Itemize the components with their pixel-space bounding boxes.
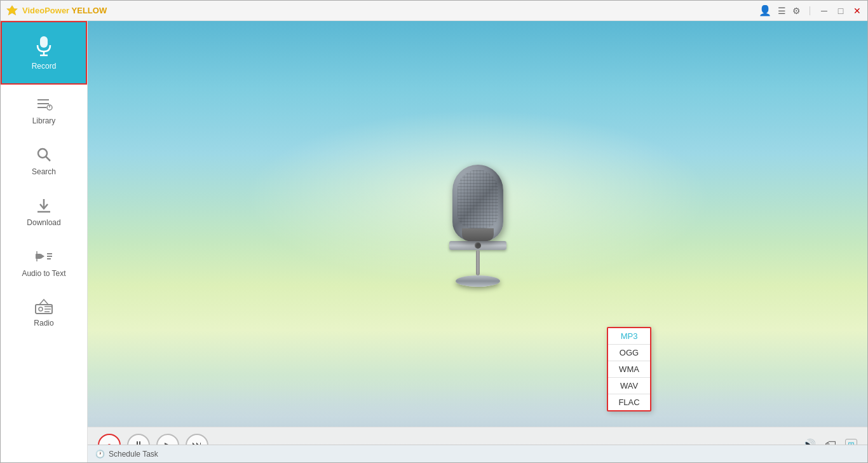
- format-item-flac[interactable]: FLAC: [608, 394, 650, 410]
- close-button[interactable]: ✕: [852, 6, 862, 16]
- search-icon: [35, 146, 53, 163]
- schedule-task-label[interactable]: Schedule Task: [109, 450, 158, 459]
- sidebar-item-radio[interactable]: Radio: [1, 288, 87, 338]
- microphone-icon: [34, 35, 54, 58]
- titlebar: VideoPower YELLOW 👤 ☰ ⚙ ─ □ ✕: [1, 1, 867, 21]
- svg-point-9: [38, 149, 47, 158]
- svg-point-20: [39, 307, 43, 311]
- mic-base: [456, 275, 500, 287]
- microphone-illustration: [440, 165, 516, 305]
- titlebar-left: VideoPower YELLOW: [6, 4, 107, 17]
- sidebar-item-audio-to-text[interactable]: Audio to Text: [1, 237, 87, 288]
- svg-line-10: [46, 156, 50, 161]
- format-item-wma[interactable]: WMA: [608, 361, 650, 377]
- sidebar-item-search[interactable]: Search: [1, 135, 87, 186]
- title-prefix: VideoPower: [22, 6, 72, 15]
- format-item-wav[interactable]: WAV: [608, 378, 650, 394]
- titlebar-title: VideoPower YELLOW: [22, 6, 107, 15]
- record-label: Record: [32, 62, 57, 71]
- sidebar: Record Library: [1, 21, 88, 462]
- svg-rect-1: [40, 36, 48, 48]
- mic-head: [452, 165, 503, 241]
- maximize-button[interactable]: □: [836, 6, 846, 16]
- audio-to-text-icon: [34, 247, 53, 265]
- download-label: Download: [27, 218, 60, 227]
- library-label: Library: [32, 116, 56, 125]
- app-content: Record Library: [1, 21, 867, 462]
- list-icon[interactable]: ☰: [778, 6, 786, 16]
- audio-to-text-label: Audio to Text: [22, 269, 65, 278]
- sidebar-item-record[interactable]: Record: [1, 21, 87, 85]
- titlebar-controls: 👤 ☰ ⚙ ─ □ ✕: [759, 4, 862, 17]
- format-dropdown[interactable]: MP3 OGG WMA WAV FLAC: [607, 327, 651, 411]
- main-layout: Record Library: [1, 21, 867, 462]
- mic-band: [449, 241, 506, 250]
- title-suffix: YELLOW: [72, 6, 107, 15]
- clock-icon: 🕐: [95, 450, 105, 459]
- radio-icon: [34, 298, 53, 315]
- format-item-mp3[interactable]: MP3: [608, 328, 650, 344]
- search-label: Search: [32, 167, 56, 176]
- download-icon: [35, 197, 53, 214]
- svg-rect-13: [36, 254, 41, 259]
- mic-stem: [476, 250, 480, 275]
- format-item-ogg[interactable]: OGG: [608, 345, 650, 361]
- sidebar-item-library[interactable]: Library: [1, 85, 87, 135]
- svg-marker-14: [41, 254, 44, 259]
- svg-marker-0: [7, 5, 18, 15]
- settings-icon[interactable]: ⚙: [792, 6, 801, 16]
- divider: [810, 6, 810, 15]
- minimize-button[interactable]: ─: [819, 6, 829, 16]
- content-area: MP3 OGG WMA WAV FLAC ●: [88, 21, 867, 462]
- library-icon: [35, 95, 53, 113]
- user-icon[interactable]: 👤: [759, 4, 771, 17]
- app-window: VideoPower YELLOW 👤 ☰ ⚙ ─ □ ✕: [0, 0, 868, 463]
- radio-label: Radio: [34, 319, 53, 328]
- mic-band-dot: [475, 242, 481, 249]
- app-logo: [6, 4, 18, 17]
- statusbar: 🕐 Schedule Task: [88, 445, 867, 462]
- sidebar-item-download[interactable]: Download: [1, 186, 87, 237]
